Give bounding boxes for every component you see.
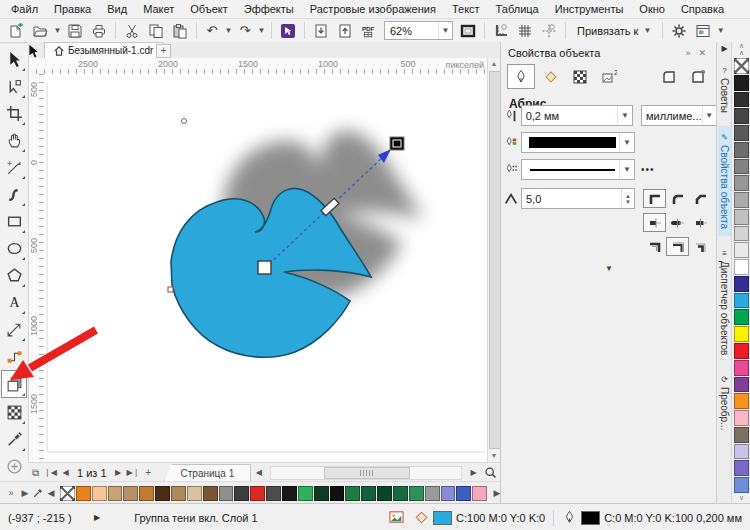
round-corner-button[interactable] [666,189,689,208]
export-button[interactable] [333,21,357,41]
menu-1[interactable]: Файл [3,2,46,16]
color-swatch[interactable] [187,486,202,501]
add-page-button[interactable]: + [141,467,156,478]
color-swatch[interactable] [734,242,749,258]
open-button[interactable] [28,21,52,41]
color-swatch[interactable] [734,377,749,393]
next-page-button[interactable]: ▶ [111,468,126,477]
ellipse-tool[interactable] [2,235,26,261]
color-swatch[interactable] [734,309,749,325]
palette-eyedropper-icon[interactable] [32,487,44,499]
snap-to-dropdown[interactable]: Привязать к▼ [570,25,658,37]
color-swatch[interactable] [203,486,218,501]
color-swatch[interactable] [734,410,749,426]
color-swatch[interactable] [734,477,749,493]
color-swatch[interactable] [472,486,487,501]
shape-tool[interactable] [2,73,26,99]
expand-section-icon[interactable]: ▼ [501,264,717,273]
new-document-button[interactable] [4,21,28,41]
inside-outline-button[interactable] [689,237,712,256]
tab-fill[interactable] [538,65,564,88]
docker-tab-3[interactable]: ≡Диспетчер объектов [718,242,731,362]
pick-tool[interactable] [2,46,26,72]
full-screen-preview-button[interactable] [456,21,480,41]
document-tab[interactable]: Безымянный-1.cdr [44,42,163,58]
color-swatch[interactable] [314,486,329,501]
polygon-tool[interactable] [2,262,26,288]
freehand-tool[interactable] [2,154,26,180]
color-swatch[interactable] [734,393,749,409]
zoom-level-combo[interactable]: 62%▼ [384,21,453,40]
centered-outline-button[interactable] [666,237,689,256]
docker-tab-1[interactable]: ?Советы [718,59,731,120]
palette-options-icon[interactable]: » [4,488,18,498]
color-swatch[interactable] [734,159,749,175]
show-grid-button[interactable] [513,21,537,41]
print-button[interactable] [87,21,111,41]
color-swatch[interactable] [734,276,749,292]
color-swatch[interactable] [734,293,749,309]
color-swatch[interactable] [734,460,749,476]
color-swatch[interactable] [250,486,265,501]
color-swatch[interactable] [734,209,749,225]
publish-pdf-button[interactable]: PDF [357,21,381,41]
menu-7[interactable]: Растровые изображения [302,2,444,16]
color-swatch[interactable] [234,486,249,501]
redo-button[interactable]: ↷ [234,21,256,41]
color-swatch[interactable] [734,108,749,124]
rectangle-tool[interactable] [2,208,26,234]
horizontal-scroll-thumb[interactable] [324,467,410,479]
palette-scroll-down-icon[interactable]: ∨ [739,494,744,501]
scroll-down-icon[interactable]: ▼ [488,450,500,462]
color-swatch[interactable] [734,92,749,108]
fill-color-swatch[interactable] [433,511,452,525]
import-button[interactable] [309,21,333,41]
undo-button[interactable]: ↶ [201,21,223,41]
color-swatch[interactable] [734,360,749,376]
color-swatch[interactable] [76,486,91,501]
chevron-down-icon[interactable]: ▼ [619,160,634,179]
color-swatch[interactable] [734,175,749,191]
color-swatch[interactable] [330,486,345,501]
new-tab-button[interactable]: + [156,44,171,58]
chevron-down-icon[interactable]: ▼ [617,106,632,125]
show-rulers-button[interactable] [489,21,513,41]
vertical-ruler[interactable]: 500050010001500 [28,74,45,462]
color-swatch[interactable] [266,486,281,501]
menu-3[interactable]: Вид [99,2,135,16]
color-swatch[interactable] [734,444,749,460]
scroll-left-icon[interactable]: ◀ [251,468,266,477]
no-color-swatch[interactable] [60,486,75,501]
color-swatch[interactable] [441,486,456,501]
shape-edge-node[interactable] [168,287,173,292]
zoom-tool-icon[interactable] [484,466,497,479]
palette-expand-icon[interactable]: ∧ [739,49,744,56]
redo-button-dropdown[interactable]: ▼ [256,21,267,41]
color-swatch[interactable] [409,486,424,501]
round-cap-button[interactable] [666,213,689,232]
menu-4[interactable]: Макет [135,2,182,16]
shadow-color-handle[interactable] [390,137,404,150]
drop-shadow-tool[interactable] [1,370,27,398]
page-flipbook-icon[interactable]: ⧉ [28,467,43,479]
menu-5[interactable]: Объект [182,2,235,16]
color-swatch[interactable] [734,142,749,158]
tab-image-adjust[interactable]: 2 [596,65,622,88]
docker-close-icon[interactable]: ✕ [694,48,710,58]
no-color-swatch[interactable] [734,58,749,74]
menu-10[interactable]: Инструменты [547,2,632,16]
menu-2[interactable]: Правка [46,2,99,16]
butt-cap-button[interactable] [643,213,666,232]
color-swatch[interactable] [139,486,154,501]
color-swatch[interactable] [298,486,313,501]
customize-tools-button[interactable] [2,453,26,479]
palette-scroll-left-icon[interactable]: ◀ [44,488,58,498]
color-swatch[interactable] [108,486,123,501]
color-swatch[interactable] [219,486,234,501]
application-launcher-button-dropdown[interactable]: ▼ [715,21,726,41]
options-button[interactable] [667,21,691,41]
outline-color-combo[interactable]: ▼ [521,132,635,153]
vertical-scrollbar[interactable]: ▲ ▼ [487,58,501,462]
docker-flyout-icon[interactable]: ▶ [721,44,727,53]
bevel-corner-button[interactable] [689,189,712,208]
